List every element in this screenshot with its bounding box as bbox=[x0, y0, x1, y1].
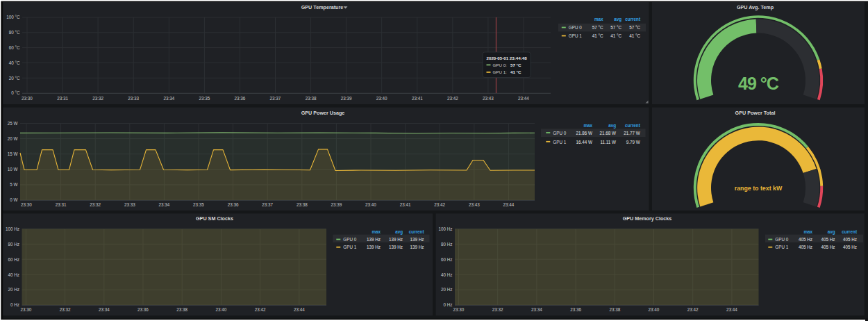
svg-text:25 W: 25 W bbox=[8, 121, 18, 126]
svg-text:23:42: 23:42 bbox=[447, 96, 458, 101]
svg-text:GPU 0: GPU 0 bbox=[553, 131, 566, 135]
svg-text:23:32: 23:32 bbox=[492, 307, 503, 312]
svg-text:40 Hz: 40 Hz bbox=[8, 272, 19, 277]
svg-text:max: max bbox=[372, 229, 381, 234]
svg-text:23:32: 23:32 bbox=[60, 307, 71, 312]
svg-text:139 Hz: 139 Hz bbox=[410, 237, 424, 242]
svg-text:GPU Power Usage: GPU Power Usage bbox=[301, 110, 345, 116]
svg-text:139 Hz: 139 Hz bbox=[389, 237, 403, 242]
svg-text:23:31: 23:31 bbox=[57, 96, 68, 101]
svg-text:range to text kW: range to text kW bbox=[735, 185, 783, 192]
svg-text:139 Hz: 139 Hz bbox=[367, 237, 381, 242]
svg-text:23:38: 23:38 bbox=[297, 202, 308, 207]
svg-text:23:38: 23:38 bbox=[609, 307, 620, 312]
svg-text:current: current bbox=[409, 229, 425, 234]
svg-text:20 Hz: 20 Hz bbox=[441, 287, 452, 292]
svg-text:23:34: 23:34 bbox=[159, 202, 170, 207]
svg-text:GPU 0:: GPU 0: bbox=[493, 63, 508, 67]
svg-text:GPU Temperature: GPU Temperature bbox=[301, 4, 344, 10]
svg-text:current: current bbox=[842, 229, 858, 234]
svg-text:139 Hz: 139 Hz bbox=[367, 245, 381, 249]
svg-text:0 Hz: 0 Hz bbox=[10, 302, 19, 307]
svg-text:23:38: 23:38 bbox=[306, 96, 317, 101]
svg-text:23:42: 23:42 bbox=[255, 307, 266, 312]
svg-text:avg: avg bbox=[608, 123, 616, 129]
svg-text:57 °C: 57 °C bbox=[592, 25, 603, 30]
svg-text:23:39: 23:39 bbox=[341, 96, 352, 101]
svg-text:100 °C: 100 °C bbox=[6, 15, 20, 19]
svg-text:23:43: 23:43 bbox=[469, 202, 480, 207]
svg-text:57 °C: 57 °C bbox=[510, 63, 521, 67]
svg-text:41 °C: 41 °C bbox=[592, 33, 603, 38]
svg-text:60 °C: 60 °C bbox=[9, 45, 20, 50]
svg-text:GPU 1: GPU 1 bbox=[775, 245, 788, 249]
svg-text:9.79 W: 9.79 W bbox=[626, 140, 640, 145]
svg-text:23:44: 23:44 bbox=[294, 307, 305, 312]
svg-text:GPU 0: GPU 0 bbox=[343, 237, 356, 242]
svg-text:23:40: 23:40 bbox=[216, 307, 227, 312]
svg-text:23:37: 23:37 bbox=[262, 202, 273, 207]
svg-text:23:39: 23:39 bbox=[331, 202, 342, 207]
svg-text:0 W: 0 W bbox=[10, 197, 17, 202]
svg-text:23:32: 23:32 bbox=[92, 96, 103, 101]
svg-text:23:37: 23:37 bbox=[270, 96, 281, 101]
svg-text:23:34: 23:34 bbox=[163, 96, 174, 101]
svg-text:23:30: 23:30 bbox=[453, 307, 465, 312]
svg-text:57 °C: 57 °C bbox=[629, 25, 640, 30]
svg-text:80 Hz: 80 Hz bbox=[8, 242, 19, 247]
svg-text:41 °C: 41 °C bbox=[610, 33, 621, 38]
svg-text:GPU 1: GPU 1 bbox=[553, 140, 566, 145]
svg-text:0 Hz: 0 Hz bbox=[444, 302, 453, 307]
svg-text:23:44: 23:44 bbox=[726, 307, 737, 312]
svg-text:23:44: 23:44 bbox=[518, 96, 529, 101]
svg-text:100 Hz: 100 Hz bbox=[439, 227, 453, 231]
svg-text:405 Hz: 405 Hz bbox=[843, 237, 857, 242]
svg-text:max: max bbox=[594, 17, 603, 22]
svg-text:23:42: 23:42 bbox=[687, 307, 699, 312]
svg-text:20 °C: 20 °C bbox=[9, 76, 20, 81]
svg-text:GPU 0: GPU 0 bbox=[569, 25, 582, 30]
svg-text:23:36: 23:36 bbox=[228, 202, 239, 207]
svg-text:49 °C: 49 °C bbox=[738, 74, 779, 93]
svg-text:80 °C: 80 °C bbox=[9, 30, 20, 35]
svg-text:40 °C: 40 °C bbox=[9, 60, 20, 65]
svg-text:405 Hz: 405 Hz bbox=[821, 245, 835, 249]
svg-text:80 Hz: 80 Hz bbox=[441, 242, 452, 247]
svg-text:23:32: 23:32 bbox=[90, 202, 101, 207]
svg-text:21.68 W: 21.68 W bbox=[600, 131, 617, 135]
svg-text:GPU Memory Clocks: GPU Memory Clocks bbox=[623, 215, 672, 222]
svg-text:current: current bbox=[625, 17, 641, 22]
svg-text:23:30: 23:30 bbox=[21, 307, 32, 312]
svg-text:23:33: 23:33 bbox=[128, 96, 139, 101]
svg-text:16.44 W: 16.44 W bbox=[576, 140, 593, 145]
svg-text:23:35: 23:35 bbox=[193, 202, 204, 207]
svg-text:23:42: 23:42 bbox=[434, 202, 445, 207]
svg-text:23:44: 23:44 bbox=[503, 202, 515, 207]
svg-text:current: current bbox=[625, 123, 641, 128]
svg-text:23:36: 23:36 bbox=[137, 307, 149, 312]
svg-text:15 W: 15 W bbox=[8, 151, 18, 156]
svg-text:GPU 1: GPU 1 bbox=[343, 245, 356, 249]
svg-text:GPU 1: GPU 1 bbox=[569, 33, 582, 38]
svg-text:405 Hz: 405 Hz bbox=[843, 245, 857, 249]
svg-text:GPU Power Total: GPU Power Total bbox=[735, 110, 776, 116]
svg-text:405 Hz: 405 Hz bbox=[821, 237, 835, 242]
svg-text:GPU Avg. Temp: GPU Avg. Temp bbox=[737, 4, 774, 10]
svg-text:23:36: 23:36 bbox=[570, 307, 581, 312]
svg-text:max: max bbox=[583, 123, 592, 128]
svg-text:GPU 0: GPU 0 bbox=[775, 237, 788, 242]
svg-text:20 W: 20 W bbox=[8, 136, 18, 141]
svg-text:23:41: 23:41 bbox=[412, 96, 423, 101]
svg-text:10 W: 10 W bbox=[8, 167, 18, 172]
svg-text:23:41: 23:41 bbox=[400, 202, 411, 207]
svg-text:GPU SM Clocks: GPU SM Clocks bbox=[196, 215, 233, 222]
svg-text:57 °C: 57 °C bbox=[610, 25, 621, 30]
svg-text:23:40: 23:40 bbox=[649, 307, 660, 312]
svg-text:60 Hz: 60 Hz bbox=[8, 257, 19, 262]
svg-text:20 Hz: 20 Hz bbox=[8, 287, 19, 292]
svg-text:avg: avg bbox=[828, 229, 835, 235]
svg-text:139 Hz: 139 Hz bbox=[389, 245, 403, 249]
svg-text:100 Hz: 100 Hz bbox=[6, 227, 19, 231]
svg-text:23:38: 23:38 bbox=[176, 307, 187, 312]
svg-text:23:36: 23:36 bbox=[235, 96, 246, 101]
